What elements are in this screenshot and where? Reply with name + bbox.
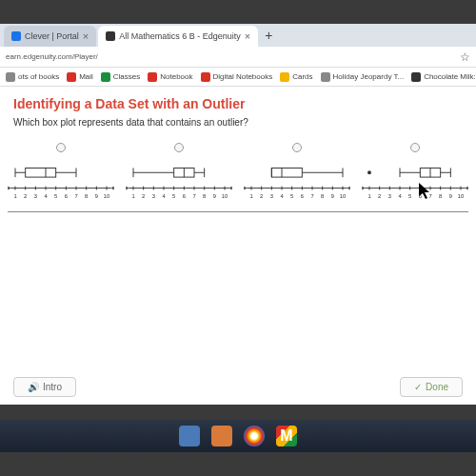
svg-text:10: 10 xyxy=(222,193,228,199)
svg-rect-79 xyxy=(271,168,302,177)
svg-text:4: 4 xyxy=(162,193,166,199)
done-button[interactable]: ✓ Done xyxy=(400,377,463,397)
bookmark-item[interactable]: Holiday Jeopardy T... xyxy=(321,72,405,82)
svg-text:3: 3 xyxy=(152,193,155,199)
intro-button[interactable]: 🔊 Intro xyxy=(13,377,76,397)
boxplot-2: 12345678910 xyxy=(122,156,236,202)
bookmark-label: Holiday Jeopardy T... xyxy=(333,72,405,81)
close-icon[interactable]: × xyxy=(245,30,250,42)
answer-options: 12345678910 12345678910 12345678910 1234… xyxy=(0,137,476,208)
svg-text:7: 7 xyxy=(310,193,313,199)
bookmark-item[interactable]: Classes xyxy=(101,72,140,82)
bookmark-item[interactable]: Mail xyxy=(67,72,93,82)
svg-text:9: 9 xyxy=(449,193,452,199)
option-1[interactable]: 12345678910 xyxy=(4,143,118,202)
radio-button[interactable] xyxy=(292,143,302,152)
notebook-icon xyxy=(201,72,210,82)
svg-text:1: 1 xyxy=(367,193,370,199)
bookmark-label: Mail xyxy=(79,72,93,81)
taskbar-app-icon[interactable] xyxy=(211,426,232,446)
svg-text:7: 7 xyxy=(74,193,77,199)
classes-icon xyxy=(101,72,110,82)
page-icon xyxy=(411,72,421,82)
bookmark-item[interactable]: Chocolate Milk: Nut... xyxy=(411,72,476,82)
bookmark-label: Chocolate Milk: Nut... xyxy=(424,72,476,81)
svg-text:10: 10 xyxy=(340,193,346,199)
boxplot-1: 12345678910 xyxy=(4,156,118,202)
bookmark-label: Cards xyxy=(292,72,312,81)
url-bar[interactable]: earn.edgenuity.com/Player/ ☆ xyxy=(0,47,476,68)
bookmark-label: ots of books xyxy=(18,72,59,81)
new-tab-button[interactable]: + xyxy=(260,28,277,43)
folder-icon xyxy=(6,72,15,82)
svg-text:10: 10 xyxy=(104,193,109,199)
bookmark-item[interactable]: Notebook xyxy=(148,72,192,82)
svg-text:2: 2 xyxy=(260,193,263,199)
svg-text:5: 5 xyxy=(172,193,175,199)
svg-text:4: 4 xyxy=(280,193,284,199)
divider xyxy=(8,211,468,212)
svg-text:6: 6 xyxy=(65,193,68,199)
svg-text:1: 1 xyxy=(249,193,252,199)
svg-point-108 xyxy=(367,170,371,174)
cards-icon xyxy=(280,72,289,82)
option-2[interactable]: 12345678910 xyxy=(122,143,236,202)
svg-text:5: 5 xyxy=(54,193,57,199)
card-footer: 🔊 Intro ✓ Done xyxy=(0,369,476,405)
tab-bar: Clever | Portal × All Mathematics 6 B - … xyxy=(0,24,476,47)
bookmark-item[interactable]: Digital Notebooks xyxy=(201,72,273,82)
page-icon xyxy=(321,72,330,82)
svg-text:3: 3 xyxy=(388,193,391,199)
bookmark-item[interactable]: ots of books xyxy=(6,72,59,82)
tab-icon xyxy=(106,31,115,41)
chrome-icon[interactable] xyxy=(244,426,265,446)
svg-text:9: 9 xyxy=(213,193,216,199)
radio-button[interactable] xyxy=(56,143,66,152)
tab-edgenuity[interactable]: All Mathematics 6 B - Edgenuity × xyxy=(98,26,258,47)
svg-text:3: 3 xyxy=(270,193,273,199)
close-icon[interactable]: × xyxy=(83,30,89,42)
svg-text:7: 7 xyxy=(192,193,195,199)
svg-text:10: 10 xyxy=(458,193,464,199)
svg-text:5: 5 xyxy=(408,193,411,199)
svg-text:9: 9 xyxy=(95,193,98,199)
tab-clever[interactable]: Clever | Portal × xyxy=(4,26,96,47)
bookmark-item[interactable]: Cards xyxy=(280,72,312,82)
button-label: Intro xyxy=(43,382,62,392)
boxplot-3: 12345678910 xyxy=(240,156,354,202)
bookmarks-bar: ots of books Mail Classes Notebook Digit… xyxy=(0,68,476,87)
bookmark-label: Notebook xyxy=(160,72,192,81)
tab-icon xyxy=(11,31,21,41)
gmail-icon[interactable]: M xyxy=(276,426,297,446)
svg-text:8: 8 xyxy=(321,193,324,199)
taskbar-app-icon[interactable] xyxy=(179,426,200,446)
svg-text:6: 6 xyxy=(183,193,186,199)
radio-button[interactable] xyxy=(174,143,184,152)
bookmark-star-icon[interactable]: ☆ xyxy=(460,50,470,64)
check-icon: ✓ xyxy=(414,382,422,392)
mail-icon xyxy=(67,72,76,82)
question-prompt: Which box plot represents data that cont… xyxy=(0,117,476,137)
svg-text:2: 2 xyxy=(142,193,145,199)
svg-text:6: 6 xyxy=(419,193,422,199)
radio-button[interactable] xyxy=(410,143,420,152)
boxplot-4: 12345678910 xyxy=(358,156,472,202)
svg-text:7: 7 xyxy=(428,193,431,199)
svg-text:2: 2 xyxy=(24,193,27,199)
svg-text:6: 6 xyxy=(301,193,304,199)
url-text: earn.edgenuity.com/Player/ xyxy=(6,52,460,61)
taskbar: M xyxy=(0,420,476,452)
tab-title: All Mathematics 6 B - Edgenuity xyxy=(119,31,241,41)
svg-text:4: 4 xyxy=(44,193,48,199)
svg-text:8: 8 xyxy=(85,193,88,199)
svg-text:1: 1 xyxy=(13,193,16,199)
option-4[interactable]: 12345678910 xyxy=(358,143,472,202)
bookmark-label: Digital Notebooks xyxy=(213,72,273,81)
button-label: Done xyxy=(426,382,448,392)
svg-text:3: 3 xyxy=(34,193,37,199)
svg-text:8: 8 xyxy=(439,193,442,199)
svg-rect-25 xyxy=(26,168,56,177)
svg-text:9: 9 xyxy=(331,193,334,199)
option-3[interactable]: 12345678910 xyxy=(240,143,354,202)
svg-text:1: 1 xyxy=(131,193,134,199)
